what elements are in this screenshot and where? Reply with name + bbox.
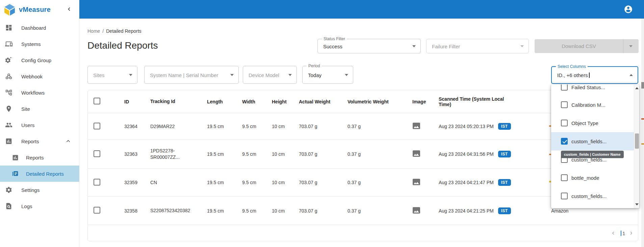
download-csv-label: Download CSV	[535, 43, 623, 49]
pagination-next-button[interactable]	[629, 231, 634, 236]
sidebar-item-label: Logs	[21, 203, 32, 209]
status-filter-value: Success	[323, 43, 342, 49]
sidebar-item-webhook[interactable]: Webhook	[0, 68, 79, 84]
scroll-down-arrow-icon[interactable]	[635, 203, 639, 205]
status-filter-select[interactable]: Status Filter Success	[317, 39, 421, 53]
cell-id: 32358	[117, 208, 145, 214]
sidebar-item-label: Webhook	[21, 74, 43, 79]
sidebar-item-users[interactable]: Users	[0, 117, 79, 133]
select-all-checkbox[interactable]	[94, 98, 100, 104]
column-option-custom-fields[interactable]: custom_fields...	[551, 132, 634, 150]
header-tracking-id: Tracking Id	[145, 98, 199, 105]
app-root: vMeasure Dashboard Systems C	[0, 0, 644, 247]
page-title: Detailed Reports	[87, 40, 158, 51]
column-option-calibration[interactable]: Calibration M...	[551, 96, 634, 114]
image-icon[interactable]	[412, 150, 420, 157]
scroll-up-arrow-icon[interactable]	[635, 87, 639, 89]
sidebar-item-logs[interactable]: Logs	[0, 198, 79, 214]
cell-volumetric-weight: 0.37 g	[344, 180, 407, 185]
row-checkbox[interactable]	[94, 123, 100, 129]
pagination-page-input[interactable]: 1	[621, 230, 625, 236]
sites-placeholder: Sites	[93, 72, 104, 78]
column-option-custom-fields[interactable]: custom_fields...	[551, 187, 634, 205]
select-columns-label: Select Columns	[556, 64, 588, 69]
chevron-up-icon[interactable]	[66, 139, 71, 144]
cell-tracking-id: D29MAR22	[145, 123, 199, 130]
sidebar-collapse-icon[interactable]	[66, 6, 72, 12]
chevron-down-icon	[288, 74, 292, 76]
breadcrumb: Home/Detailed Reports	[87, 28, 141, 34]
sidebar-item-workflows[interactable]: Workflows	[0, 84, 79, 101]
cell-extra: Amazon	[517, 208, 639, 214]
timezone-badge: IST	[498, 151, 511, 157]
sidebar-item-reports[interactable]: Reports	[0, 133, 79, 149]
download-csv-menu-button[interactable]	[623, 39, 639, 53]
sidebar: vMeasure Dashboard Systems C	[0, 0, 79, 247]
cell-scanned-time: Aug 23 2024 04:31:56 PM	[439, 151, 494, 157]
device-model-filter-select[interactable]: Device Model	[243, 66, 297, 84]
header-volumetric-weight: Volumetric Weight	[344, 99, 407, 104]
chevron-down-icon	[129, 74, 132, 76]
workflow-tree-icon	[5, 89, 12, 96]
row-checkbox[interactable]	[94, 179, 100, 186]
sidebar-item-label: Config Group	[21, 57, 51, 63]
option-checkbox-checked[interactable]	[561, 138, 568, 145]
sidebar-item-reports-sub[interactable]: Reports	[0, 149, 79, 166]
header-scanned-time: Scanned Time (System Local Time)	[436, 96, 517, 107]
row-checkbox[interactable]	[94, 207, 100, 214]
image-icon[interactable]	[412, 178, 420, 186]
sidebar-item-label: Detailed Reports	[26, 171, 64, 177]
pagination-prev-button[interactable]	[611, 231, 616, 236]
bar-chart-icon	[11, 154, 19, 161]
sidebar-item-dashboard[interactable]: Dashboard	[0, 20, 79, 36]
sidebar-item-settings[interactable]: Settings	[0, 182, 79, 198]
column-option-bottle-mode[interactable]: bottle_mode	[551, 169, 634, 187]
cell-length: 19.5 cm	[199, 124, 238, 129]
select-columns-dropdown: Failed Status... Calibration M... Object…	[551, 84, 639, 208]
cell-scanned-time: Aug 23 2024 05:20:13 PM	[439, 124, 494, 129]
timezone-badge: IST	[498, 207, 511, 214]
cell-scanned-time: Aug 23 2024 04:21:25 PM	[439, 208, 494, 214]
sidebar-item-detailed-reports[interactable]: Detailed Reports	[0, 166, 79, 182]
account-icon[interactable]	[624, 5, 633, 14]
download-csv-button[interactable]: Download CSV	[535, 39, 639, 53]
option-checkbox[interactable]	[561, 101, 568, 108]
image-icon[interactable]	[412, 122, 420, 129]
option-checkbox[interactable]	[561, 84, 568, 91]
chevron-up-icon	[629, 74, 633, 76]
sidebar-item-config-group[interactable]: Config Group	[0, 52, 79, 68]
breadcrumb-current: Detailed Reports	[106, 28, 141, 34]
chevron-down-icon	[412, 45, 416, 47]
chevron-down-icon	[230, 74, 234, 76]
option-checkbox[interactable]	[561, 174, 568, 181]
sites-filter-select[interactable]: Sites	[87, 66, 137, 84]
page-scrollbar[interactable]	[641, 19, 644, 247]
cell-length: 19.5 cm	[199, 208, 238, 214]
breadcrumb-home[interactable]: Home	[87, 28, 100, 34]
sidebar-item-site[interactable]: Site	[0, 101, 79, 117]
system-name-filter-select[interactable]: System Name | Serial Number	[144, 66, 239, 84]
select-columns-input[interactable]: Select Columns ID., +6 others	[551, 66, 638, 84]
column-option-object-type[interactable]: Object Type	[551, 114, 634, 132]
page-scrollbar-thumb[interactable]	[641, 82, 644, 89]
option-checkbox[interactable]	[561, 120, 568, 126]
config-gear-icon	[5, 56, 12, 64]
dropdown-scrollbar[interactable]	[634, 84, 639, 208]
period-filter-select[interactable]: Period Today	[302, 66, 353, 84]
page-number: 1	[622, 230, 625, 236]
header-image: Image	[407, 99, 436, 104]
sidebar-item-systems[interactable]: Systems	[0, 36, 79, 52]
scrollbar-thumb[interactable]	[635, 133, 639, 149]
image-icon[interactable]	[412, 207, 420, 214]
gear-icon	[5, 186, 12, 194]
cell-id: 32359	[117, 180, 145, 185]
row-checkbox[interactable]	[94, 150, 100, 157]
cell-actual-weight: 703.07 g	[295, 124, 344, 129]
detailed-list-icon	[11, 170, 19, 177]
column-option-failed-status[interactable]: Failed Status...	[551, 84, 634, 96]
option-checkbox[interactable]	[561, 193, 568, 199]
header-height: Height	[268, 99, 295, 104]
dashboard-icon	[5, 24, 12, 31]
failure-filter-select[interactable]: Failure Filter	[426, 39, 529, 53]
text-caret	[621, 230, 621, 236]
